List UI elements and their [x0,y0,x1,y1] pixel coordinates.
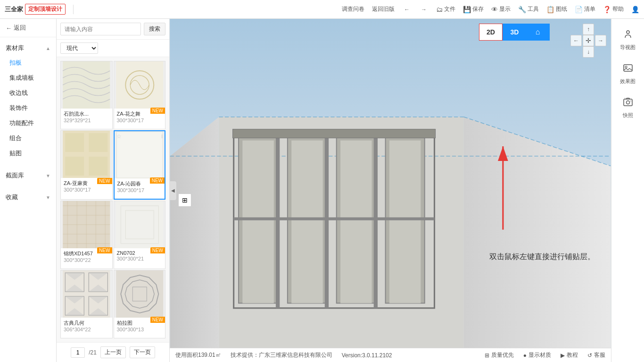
tools-link[interactable]: 🔧 工具 [518,5,539,13]
2d-view-button[interactable]: 2D [479,24,503,41]
svg-rect-64 [624,99,632,106]
tech-provider-status: 技术提供：广东三维家信息科技有限公司 [231,351,332,359]
material-item-4[interactable]: ☆ i NEW ZA-沁园春 300*300*17 [114,130,166,200]
collapse-panel-button[interactable]: ◀ [170,181,176,200]
material-thumb-4 [115,131,165,178]
cross-section-library-section: 截面库 ▼ [0,165,56,186]
tools-icon: 🔧 [518,6,526,13]
file-icon: 🗂 [436,6,443,13]
material-item-1[interactable]: 石韵流水... 329*329*21 [60,61,113,129]
prev-page-button[interactable]: 上一页 [100,346,126,358]
material-item-8[interactable]: NEW 柏拉图 300*300*13 [114,270,166,338]
checklist-icon: 📄 [575,6,583,13]
nav-rotate-right-button[interactable]: → [595,35,606,46]
material-name-1: 石韵流水... [64,110,109,118]
view-toolbar: 2D 3D ⌂ [479,24,550,41]
svg-rect-19 [63,270,110,318]
material-name-7: 古典几何 [64,320,109,327]
material-item-6[interactable]: NEW ZN0702 300*300*21 [114,201,166,269]
user-link[interactable]: 👤 [631,6,639,13]
sidebar-item-buckboard[interactable]: 扣板 [0,55,56,70]
file-link[interactable]: 🗂 文件 [436,5,455,13]
sidebar-item-decorations[interactable]: 装饰件 [0,101,56,116]
sidebar-item-combination[interactable]: 组合 [0,131,56,146]
quality-label: 质量优先 [491,351,514,359]
effect-view-button[interactable]: 效果图 [611,58,644,90]
material-library-section: 素材库 ▲ 扣板 集成墙板 收边线 装饰件 功能配件 组合 贴图 [0,37,56,165]
material-item-2[interactable]: NEW ZA-花之舞 300*300*17 [114,61,166,129]
back-button[interactable]: ← 返回 [0,19,56,37]
search-button[interactable]: 搜索 [144,23,165,35]
quick-photo-button[interactable]: 快照 [611,92,644,124]
service-status[interactable]: ↺ 客服 [587,351,605,359]
info-icon-4[interactable]: i [161,133,163,140]
material-size-5: 300*300*22 [64,257,109,263]
checklist-link[interactable]: 📄 清单 [575,5,595,13]
nav-forward-arrow[interactable]: → [419,5,429,14]
page-input[interactable] [71,347,85,358]
3d-scene[interactable]: 双击鼠标左键直接进行铺贴层。 [170,19,611,362]
next-page-button[interactable]: 下一页 [130,346,155,358]
help-link[interactable]: ❓ 帮助 [603,5,624,13]
decorations-label: 装饰件 [9,104,28,111]
3d-view-button[interactable]: 3D [503,24,526,41]
search-input[interactable] [60,23,141,35]
blueprint-label: 图纸 [556,5,567,13]
display-label: 显示 [499,5,511,13]
material-info-1: 石韵流水... 329*329*21 [61,109,112,125]
checklist-label: 清单 [584,5,595,13]
nav-rotate-up-button[interactable]: ↑ [583,24,594,35]
blueprint-link[interactable]: 📋 图纸 [546,5,567,13]
material-display-status[interactable]: ● 显示材质 [523,351,551,359]
nav-back-arrow[interactable]: ← [402,5,412,14]
star-icon-4[interactable]: ☆ [116,133,122,140]
material-library-header[interactable]: 素材库 ▲ [0,41,56,55]
left-sidebar: ← 返回 素材库 ▲ 扣板 集成墙板 收边线 装饰件 功能配件 [0,19,57,362]
svg-rect-15 [63,201,110,248]
svg-point-63 [625,66,627,68]
guide-view-icon [622,28,634,42]
sidebar-item-integrated-wall[interactable]: 集成墙板 [0,70,56,85]
app-title: 定制顶墙设计 [25,4,66,15]
guide-view-button[interactable]: 导视图 [611,24,644,56]
return-old-link[interactable]: 返回旧版 [372,5,395,13]
svg-rect-47 [291,141,322,303]
cross-section-label: 截面库 [6,171,24,180]
material-item-7[interactable]: 古典几何 306*304*22 [60,270,113,338]
main-layout: ← 返回 素材库 ▲ 扣板 集成墙板 收边线 装饰件 功能配件 [0,19,644,362]
nav-divider [73,5,74,14]
nav-center-button[interactable]: ✛ [583,35,594,46]
quality-status[interactable]: ⊞ 质量优先 [485,351,514,359]
cross-section-header[interactable]: 截面库 ▼ [0,168,56,183]
nav-rotate-down-button[interactable]: ↓ [583,46,594,58]
material-size-1: 329*329*21 [64,118,109,123]
material-item-5[interactable]: NEW 锦绣XD1457 300*300*22 [60,201,113,269]
favorites-header[interactable]: 收藏 ▼ [0,190,56,204]
style-filter-select[interactable]: 现代 欧式 简约 中式 [60,42,98,54]
guide-view-label: 导视图 [620,44,636,51]
svg-point-65 [626,101,629,104]
svg-rect-32 [116,270,163,318]
buckboard-label: 扣板 [9,59,22,66]
sidebar-item-texture[interactable]: 贴图 [0,146,56,161]
pagination: /21 上一页 下一页 [57,342,169,362]
display-link[interactable]: 👁 显示 [491,5,511,13]
sidebar-item-functional[interactable]: 功能配件 [0,116,56,131]
save-link[interactable]: 💾 保存 [463,5,484,13]
material-item-3[interactable]: NEW ZA-亚麻黄 300*300*17 [60,130,113,200]
survey-link[interactable]: 调查问卷 [342,5,364,13]
walkthrough-view-button[interactable]: ⌂ [526,24,550,41]
sidebar-item-edge-strip[interactable]: 收边线 [0,85,56,101]
material-size-3: 300*300*17 [64,187,109,193]
grid-toggle-button[interactable]: ⊞ [178,194,191,207]
material-size-8: 300*300*13 [117,327,163,332]
material-size-4: 300*300*17 [117,187,162,193]
tutorial-status[interactable]: ▶ 教程 [561,351,578,359]
texture-label: 贴图 [9,150,22,157]
nav-rotate-left-button[interactable]: ← [570,35,582,46]
svg-rect-62 [624,65,632,71]
functional-label: 功能配件 [9,119,34,126]
effect-view-label: 效果图 [620,78,636,85]
file-label: 文件 [444,5,455,13]
svg-rect-51 [389,141,421,303]
